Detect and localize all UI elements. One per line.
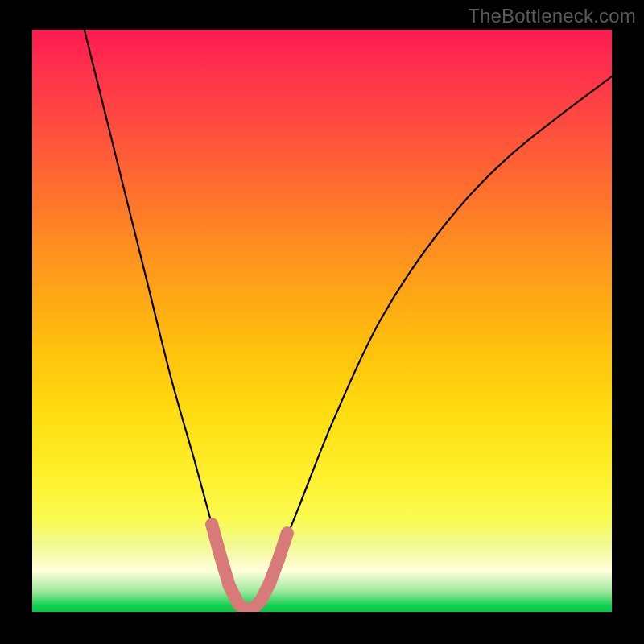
watermark-text: TheBottleneck.com xyxy=(468,5,636,27)
plot-area xyxy=(32,30,612,612)
bottleneck-curve xyxy=(32,30,612,612)
chart-frame: TheBottleneck.com xyxy=(0,0,644,644)
